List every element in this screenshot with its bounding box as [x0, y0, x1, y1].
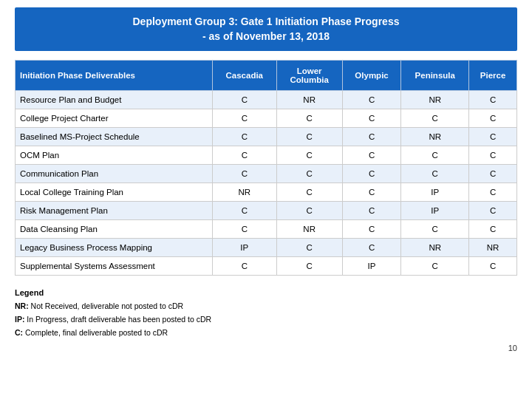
table-row: Supplemental Systems AssessmentCCIPCC: [16, 257, 517, 276]
col-header-0: Initiation Phase Deliverables: [16, 61, 213, 91]
col-header-5: Pierce: [469, 61, 517, 91]
cell-value: C: [401, 220, 469, 239]
row-label: Legacy Business Process Mapping: [16, 239, 213, 257]
cell-value: C: [212, 220, 276, 239]
cell-value: C: [469, 146, 517, 165]
legend-section: Legend NR: Not Received, deliverable not…: [15, 286, 517, 339]
col-header-3: Olympic: [342, 61, 401, 91]
row-label: OCM Plan: [16, 146, 213, 165]
cell-value: NR: [276, 91, 342, 109]
table-row: Data Cleansing PlanCNRCCC: [16, 220, 517, 239]
cell-value: NR: [469, 239, 517, 257]
cell-value: C: [276, 202, 342, 220]
table-row: Legacy Business Process MappingIPCCNRNR: [16, 239, 517, 257]
row-label: Local College Training Plan: [16, 183, 213, 202]
cell-value: C: [342, 146, 401, 165]
table-row: Communication PlanCCCCC: [16, 165, 517, 183]
cell-value: IP: [401, 202, 469, 220]
table-header-row: Initiation Phase DeliverablesCascadiaLow…: [16, 61, 517, 91]
cell-value: NR: [401, 239, 469, 257]
cell-value: NR: [212, 183, 276, 202]
cell-value: NR: [276, 220, 342, 239]
cell-value: C: [342, 109, 401, 128]
row-label: Communication Plan: [16, 165, 213, 183]
legend-item: IP: In Progress, draft deliverable has b…: [15, 313, 517, 327]
cell-value: C: [469, 109, 517, 128]
cell-value: C: [276, 183, 342, 202]
cell-value: C: [401, 257, 469, 276]
cell-value: IP: [401, 183, 469, 202]
cell-value: C: [276, 239, 342, 257]
cell-value: C: [342, 183, 401, 202]
row-label: Supplemental Systems Assessment: [16, 257, 213, 276]
cell-value: C: [342, 239, 401, 257]
row-label: College Project Charter: [16, 109, 213, 128]
row-label: Data Cleansing Plan: [16, 220, 213, 239]
legend-item: NR: Not Received, deliverable not posted…: [15, 300, 517, 313]
row-label: Resource Plan and Budget: [16, 91, 213, 109]
cell-value: C: [342, 220, 401, 239]
cell-value: C: [212, 109, 276, 128]
cell-value: NR: [401, 128, 469, 146]
cell-value: C: [469, 165, 517, 183]
deliverables-table: Initiation Phase DeliverablesCascadiaLow…: [15, 60, 517, 276]
cell-value: C: [212, 91, 276, 109]
table-row: OCM PlanCCCCC: [16, 146, 517, 165]
cell-value: C: [212, 257, 276, 276]
table-row: Baselined MS-Project ScheduleCCCNRC: [16, 128, 517, 146]
cell-value: C: [342, 202, 401, 220]
cell-value: C: [342, 165, 401, 183]
row-label: Baselined MS-Project Schedule: [16, 128, 213, 146]
cell-value: C: [212, 128, 276, 146]
cell-value: C: [469, 257, 517, 276]
cell-value: C: [401, 165, 469, 183]
cell-value: C: [469, 202, 517, 220]
cell-value: C: [469, 91, 517, 109]
cell-value: C: [212, 202, 276, 220]
cell-value: C: [276, 128, 342, 146]
cell-value: C: [342, 128, 401, 146]
cell-value: C: [276, 109, 342, 128]
col-header-1: Cascadia: [212, 61, 276, 91]
legend-title: Legend: [15, 286, 517, 300]
table-row: Local College Training PlanNRCCIPC: [16, 183, 517, 202]
cell-value: C: [469, 128, 517, 146]
cell-value: C: [276, 257, 342, 276]
table-row: Resource Plan and BudgetCNRCNRC: [16, 91, 517, 109]
cell-value: C: [469, 220, 517, 239]
cell-value: IP: [342, 257, 401, 276]
cell-value: C: [212, 146, 276, 165]
cell-value: C: [276, 165, 342, 183]
cell-value: C: [342, 91, 401, 109]
cell-value: C: [401, 109, 469, 128]
cell-value: C: [401, 146, 469, 165]
cell-value: C: [212, 165, 276, 183]
cell-value: IP: [212, 239, 276, 257]
row-label: Risk Management Plan: [16, 202, 213, 220]
cell-value: C: [276, 146, 342, 165]
table-row: College Project CharterCCCCC: [16, 109, 517, 128]
cell-value: NR: [401, 91, 469, 109]
page-title: Deployment Group 3: Gate 1 Initiation Ph…: [15, 7, 517, 51]
table-row: Risk Management PlanCCCIPC: [16, 202, 517, 220]
legend-item: C: Complete, final deliverable posted to…: [15, 327, 517, 340]
cell-value: C: [469, 183, 517, 202]
page-number: 10: [15, 344, 517, 352]
col-header-2: LowerColumbia: [276, 61, 342, 91]
col-header-4: Peninsula: [401, 61, 469, 91]
